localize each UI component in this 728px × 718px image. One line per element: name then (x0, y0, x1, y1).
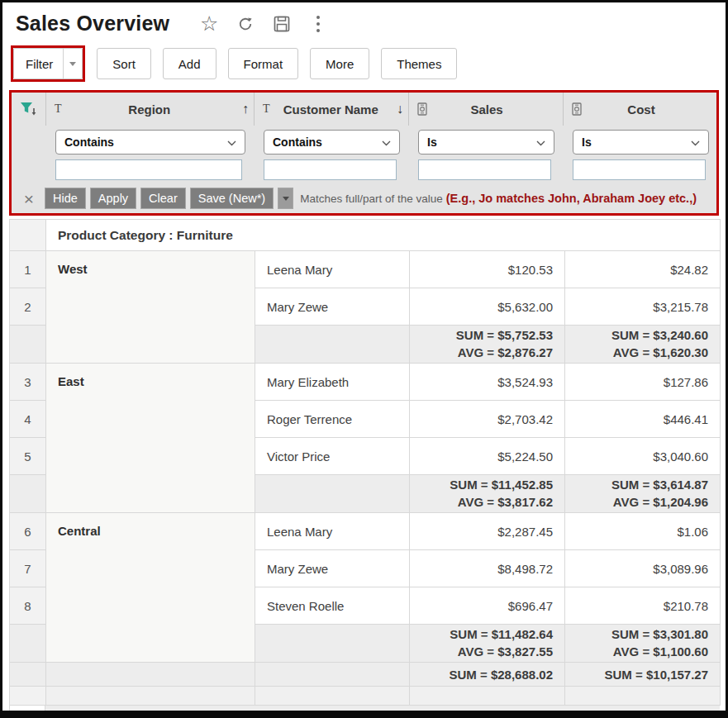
group-header-row: Product Category : Furniture (10, 220, 721, 251)
customer-name-operator-select[interactable]: Contains (264, 130, 400, 155)
refresh-icon[interactable] (236, 14, 255, 34)
table-row[interactable]: 6 Central Leena Mary $2,287.45 $1.06 (10, 513, 721, 550)
grand-total-row: SUM = $28,688.02 SUM = $10,157.27 (10, 663, 721, 687)
region-cell: East (46, 364, 255, 513)
chevron-down-icon (691, 135, 700, 150)
customer-cell: Mary Zewe (255, 288, 410, 326)
row-number: 2 (10, 288, 46, 326)
save-icon[interactable] (272, 14, 292, 34)
sales-cell: $2,287.45 (410, 513, 565, 550)
chevron-down-icon (227, 135, 236, 150)
customer-cell: Mary Zewe (255, 550, 410, 587)
region-operator-select[interactable]: Contains (55, 130, 245, 155)
scrollbar-track[interactable] (45, 706, 720, 718)
grand-total-cost: SUM = $10,157.27 (565, 663, 721, 687)
region-cell: Central (46, 513, 255, 663)
currency-type-icon (572, 102, 582, 116)
table-row[interactable]: 3 East Mary Elizabeth $3,524.93 $127.86 (10, 364, 721, 401)
group-header-label: Product Category : Furniture (46, 220, 721, 251)
cost-operator-select[interactable]: Is (573, 130, 709, 155)
sort-descending-icon[interactable]: ↓ (390, 102, 403, 116)
sales-subtotal: SUM = $11,452.85 AVG = $3,817.62 (410, 475, 565, 513)
save-options-caret-button[interactable] (278, 188, 293, 209)
more-button[interactable]: More (310, 48, 369, 79)
row-number: 7 (10, 550, 46, 587)
report-window: Sales Overview ☆ (0, 0, 728, 718)
row-number: 8 (10, 587, 46, 625)
more-options-icon[interactable] (308, 14, 328, 34)
column-header-customer-name[interactable]: T Customer Name ↓ (254, 93, 408, 126)
cost-filter-input[interactable] (573, 159, 706, 180)
format-button[interactable]: Format (228, 48, 299, 79)
row-number: 5 (10, 438, 46, 475)
page-title: Sales Overview (16, 12, 169, 36)
filter-action-bar: × Hide Apply Clear Save (New*) Matches f… (12, 187, 717, 213)
row-number: 4 (10, 401, 46, 438)
empty-row (10, 687, 721, 706)
cost-cell: $3,089.96 (565, 550, 721, 587)
sales-subtotal: SUM = $11,482.64 AVG = $3,827.55 (410, 625, 565, 663)
customer-cell: Mary Elizabeth (255, 364, 410, 401)
customer-cell: Leena Mary (255, 251, 410, 288)
chevron-down-icon (382, 135, 391, 150)
filter-hint-text: Matches full/part of the value (300, 193, 443, 205)
customer-cell: Victor Price (255, 438, 410, 475)
sales-cell: $696.47 (410, 587, 565, 625)
hide-button[interactable]: Hide (45, 188, 86, 209)
sales-cell: $3,524.93 (410, 364, 565, 401)
column-header-cost[interactable]: Cost (563, 93, 717, 126)
add-button[interactable]: Add (163, 48, 216, 79)
cost-subtotal: SUM = $3,240.60 AVG = $1,620.30 (565, 326, 721, 364)
customer-cell: Steven Roelle (255, 587, 410, 625)
cost-cell: $1.06 (565, 513, 721, 550)
cost-subtotal: SUM = $3,301.80 AVG = $1,100.60 (565, 625, 721, 663)
customer-name-filter-input[interactable] (264, 159, 397, 180)
filter-chevron-down-icon[interactable] (64, 62, 82, 66)
table-row[interactable]: 1 West Leena Mary $120.53 $24.82 (10, 251, 721, 288)
filter-funnel-icon[interactable] (12, 93, 45, 126)
text-type-icon: T (263, 102, 270, 116)
cost-cell: $210.78 (565, 587, 721, 625)
row-number: 1 (10, 251, 46, 288)
sales-cell: $120.53 (410, 251, 565, 288)
cost-subtotal: SUM = $3,614.87 AVG = $1,204.96 (565, 475, 721, 513)
sales-operator-select[interactable]: Is (418, 130, 554, 155)
close-icon[interactable]: × (13, 190, 45, 207)
cost-cell: $127.86 (565, 364, 721, 401)
column-header-sales[interactable]: Sales (408, 93, 563, 126)
favorite-star-icon[interactable]: ☆ (199, 14, 219, 34)
currency-type-icon (417, 102, 427, 116)
region-filter-input[interactable] (55, 159, 242, 180)
grand-total-sales: SUM = $28,688.02 (410, 663, 565, 687)
scroll-left-icon[interactable] (54, 711, 61, 718)
customer-cell: Leena Mary (255, 513, 410, 550)
chevron-down-icon (536, 135, 545, 150)
title-icon-group: ☆ (199, 14, 328, 34)
cost-cell: $3,215.78 (565, 288, 721, 326)
region-cell: West (46, 251, 255, 364)
sales-cell: $5,224.50 (410, 438, 565, 475)
row-number: 6 (10, 513, 46, 550)
sort-button[interactable]: Sort (97, 48, 151, 79)
text-type-icon: T (55, 102, 62, 116)
cost-cell: $24.82 (565, 251, 721, 288)
row-number: 3 (10, 364, 46, 401)
save-new-button[interactable]: Save (New*) (190, 188, 274, 209)
themes-button[interactable]: Themes (381, 48, 457, 79)
toolbar: Filter Sort Add Format More Themes (2, 39, 726, 90)
column-header-region[interactable]: T Region ↑ (45, 93, 254, 126)
filter-panel: T Region ↑ T Customer Name ↓ Sales (9, 90, 719, 216)
report-table: Product Category : Furniture 1 West Leen… (9, 219, 721, 706)
cost-cell: $3,040.60 (565, 438, 721, 475)
sales-cell: $8,498.72 (410, 550, 565, 587)
sales-cell: $5,632.00 (410, 288, 565, 326)
sales-cell: $2,703.42 (410, 401, 565, 438)
customer-cell: Roger Terrence (255, 401, 410, 438)
filter-button[interactable]: Filter (13, 48, 83, 79)
sales-filter-input[interactable] (418, 159, 551, 180)
apply-button[interactable]: Apply (90, 188, 136, 209)
sort-ascending-icon[interactable]: ↑ (236, 102, 249, 116)
clear-button[interactable]: Clear (140, 188, 186, 209)
h-scrollbar[interactable] (9, 706, 720, 718)
filter-button-highlight: Filter (11, 45, 85, 82)
